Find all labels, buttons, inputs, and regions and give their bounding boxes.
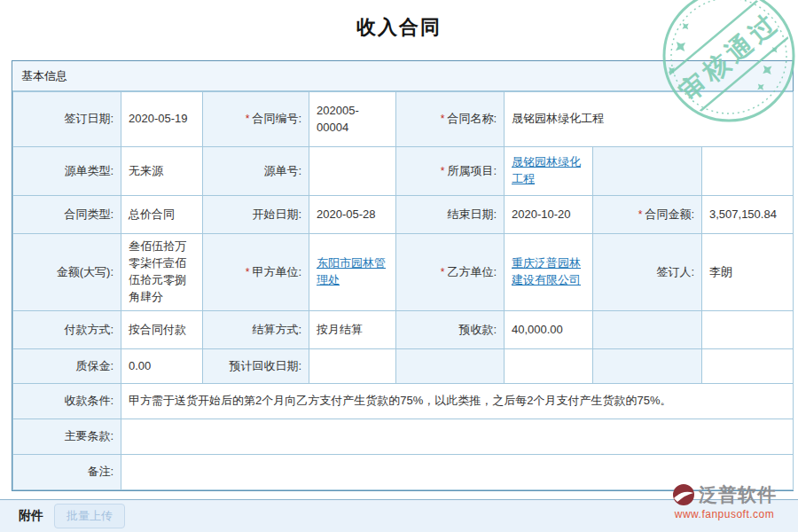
party-a-label: *甲方单位:: [203, 234, 309, 311]
row-3: 合同类型: 总价合同 开始日期: 2020-05-28 结束日期: 2020-1…: [13, 196, 794, 234]
contract-name-label: *合同名称:: [396, 92, 505, 147]
row-8: 主要条款:: [13, 419, 794, 455]
contract-no-value: 202005-00004: [309, 92, 396, 147]
warranty-deposit-value: 0.00: [121, 349, 203, 384]
source-no-label: 源单号:: [203, 147, 309, 196]
amount-in-words-label: 金额(大写):: [13, 234, 121, 311]
contract-amount-value: 3,507,150.84: [702, 196, 794, 234]
main-terms-label: 主要条款:: [13, 419, 121, 455]
contract-fields-table: 签订日期: 2020-05-19 *合同编号: 202005-00004 *合同…: [12, 91, 794, 490]
source-type-value: 无来源: [121, 147, 203, 196]
start-date-value: 2020-05-28: [309, 196, 396, 234]
start-date-label: 开始日期:: [203, 196, 309, 234]
remarks-label: 备注:: [13, 455, 121, 490]
empty-label-cell: [593, 311, 702, 349]
payment-method-value: 按合同付款: [121, 311, 203, 349]
contract-type-value: 总价合同: [121, 196, 203, 234]
party-a-link[interactable]: 东阳市园林管理处: [317, 256, 386, 286]
settlement-method-value: 按月结算: [309, 311, 396, 349]
warranty-deposit-label: 质保金:: [13, 349, 121, 384]
row-2: 源单类型: 无来源 源单号: *所属项目: 晟铭园林绿化工程: [13, 147, 794, 196]
required-marker: *: [246, 266, 250, 278]
project-link[interactable]: 晟铭园林绿化工程: [512, 155, 581, 185]
expected-recovery-date-value: [309, 349, 396, 384]
contract-type-label: 合同类型:: [13, 196, 121, 234]
required-marker: *: [638, 208, 643, 221]
signer-value: 李朗: [702, 234, 794, 311]
end-date-label: 结束日期:: [396, 196, 505, 234]
sign-date-label: 签订日期:: [13, 92, 121, 147]
row-4: 金额(大写): 叁佰伍拾万零柒仟壹佰伍拾元零捌角肆分 *甲方单位: 东阳市园林管…: [13, 234, 794, 311]
batch-upload-button[interactable]: 批量上传: [54, 504, 125, 528]
row-6: 质保金: 0.00 预计回收日期:: [13, 349, 794, 384]
empty-label-cell: [593, 349, 702, 384]
party-b-link[interactable]: 重庆泛普园林建设有限公司: [512, 256, 581, 286]
empty-value-cell: [702, 311, 794, 349]
expected-recovery-date-label: 预计回收日期:: [203, 349, 309, 384]
empty-value-cell: [702, 349, 794, 384]
empty-label-cell: [396, 349, 505, 384]
advance-payment-label: 预收款:: [396, 311, 505, 349]
required-marker: *: [441, 165, 445, 177]
main-terms-value: [121, 419, 794, 455]
project-value: 晟铭园林绿化工程: [505, 147, 593, 196]
receipt-terms-value: 甲方需于送货开始后的第2个月向乙方支付产生货款的75%，以此类推，之后每2个月支…: [121, 384, 794, 419]
empty-label-cell: [593, 147, 702, 196]
contract-amount-label: *合同金额:: [593, 196, 702, 234]
attachment-label: 附件: [19, 508, 43, 524]
party-b-value: 重庆泛普园林建设有限公司: [505, 234, 593, 311]
income-contract-page: 收入合同 基本信息 签订日期: 2020-05-19 *合同编号: 202005…: [0, 0, 798, 532]
payment-method-label: 付款方式:: [13, 311, 121, 349]
fanpu-logo-icon: [672, 483, 695, 506]
party-b-label: *乙方单位:: [396, 234, 505, 311]
row-1: 签订日期: 2020-05-19 *合同编号: 202005-00004 *合同…: [13, 92, 794, 147]
signer-label: 签订人:: [593, 234, 702, 311]
watermark-url: www.fanpusoft.com: [655, 508, 794, 520]
source-no-value: [309, 147, 396, 196]
contract-no-label: *合同编号:: [203, 92, 309, 147]
project-label: *所属项目:: [396, 147, 505, 196]
advance-payment-value: 40,000.00: [505, 311, 593, 349]
basic-info-panel: 基本信息 签订日期: 2020-05-19 *合同编号: 202005-0000…: [12, 60, 794, 491]
sign-date-value: 2020-05-19: [121, 92, 203, 147]
required-marker: *: [441, 113, 445, 125]
page-title: 收入合同: [0, 14, 798, 41]
party-a-value: 东阳市园林管理处: [309, 234, 396, 311]
vendor-watermark: 泛普软件 www.fanpusoft.com: [655, 482, 794, 520]
source-type-label: 源单类型:: [13, 147, 121, 196]
receipt-terms-label: 收款条件:: [13, 384, 121, 419]
amount-in-words-value: 叁佰伍拾万零柒仟壹佰伍拾元零捌角肆分: [121, 234, 203, 311]
section-header-basic-info: 基本信息: [12, 61, 793, 91]
empty-value-cell: [702, 147, 794, 196]
row-5: 付款方式: 按合同付款 结算方式: 按月结算 预收款: 40,000.00: [13, 311, 794, 349]
row-7: 收款条件: 甲方需于送货开始后的第2个月向乙方支付产生货款的75%，以此类推，之…: [13, 384, 794, 419]
stamp-star-icon: [770, 44, 780, 55]
settlement-method-label: 结算方式:: [203, 311, 309, 349]
empty-value-cell: [505, 349, 593, 384]
contract-name-value: 晟铭园林绿化工程: [505, 92, 794, 147]
required-marker: *: [441, 266, 445, 278]
required-marker: *: [246, 113, 250, 125]
end-date-value: 2020-10-20: [505, 196, 593, 234]
watermark-brand: 泛普软件: [699, 482, 777, 507]
